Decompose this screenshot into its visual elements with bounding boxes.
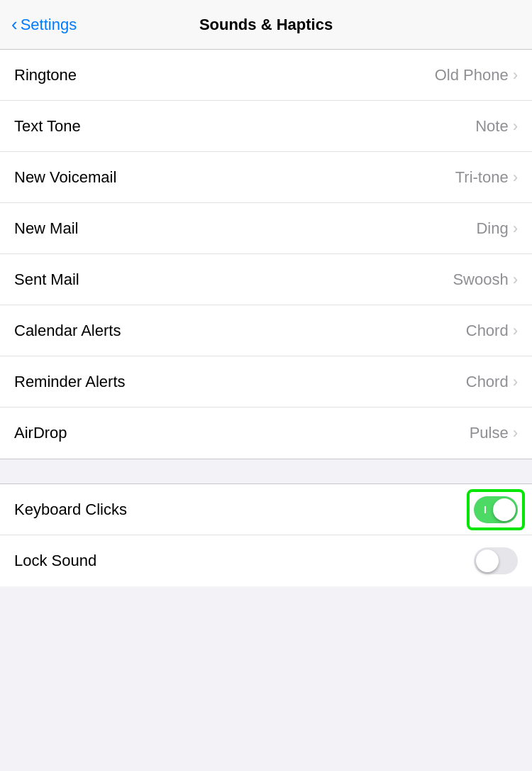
toggle-row: Lock Sound [0,535,532,586]
toggle-label: Keyboard Clicks [14,501,127,519]
keyboard-clicks-toggle[interactable]: I [474,496,518,523]
sound-row[interactable]: AirDrop Pulse › [0,408,532,459]
row-value: Pulse [470,424,509,442]
toggle-label: Lock Sound [14,552,96,570]
page-title: Sounds & Haptics [199,16,333,34]
sound-row[interactable]: Sent Mail Swoosh › [0,254,532,305]
chevron-left-icon: ‹ [11,13,18,35]
section-separator [0,459,532,484]
row-right: Old Phone › [435,66,518,84]
sound-row[interactable]: New Mail Ding › [0,203,532,254]
sound-row[interactable]: New Voicemail Tri-tone › [0,152,532,203]
sound-row[interactable]: Ringtone Old Phone › [0,50,532,101]
row-right: Pulse › [470,424,518,442]
highlight-box: I [467,489,525,530]
chevron-right-icon: › [513,168,518,187]
toggle-settings-list: Keyboard ClicksILock Sound [0,484,532,586]
sound-row[interactable]: Reminder Alerts Chord › [0,356,532,408]
row-label: Text Tone [14,117,81,136]
row-right: Ding › [476,219,518,238]
row-value: Old Phone [435,66,509,84]
chevron-right-icon: › [513,117,518,136]
row-label: Calendar Alerts [14,322,121,340]
chevron-right-icon: › [513,424,518,442]
toggle-knob [476,549,499,572]
sound-row[interactable]: Text Tone Note › [0,101,532,152]
lock-sound-toggle[interactable] [474,547,518,574]
chevron-right-icon: › [513,270,518,289]
row-label: Reminder Alerts [14,373,126,391]
back-button[interactable]: ‹ Settings [11,13,77,35]
toggle-on-indicator: I [484,504,487,515]
row-value: Note [475,117,508,136]
navigation-bar: ‹ Settings Sounds & Haptics [0,0,532,50]
row-label: AirDrop [14,424,67,442]
sound-row[interactable]: Calendar Alerts Chord › [0,305,532,356]
chevron-right-icon: › [513,373,518,391]
row-right: Chord › [466,322,518,340]
chevron-right-icon: › [513,66,518,84]
row-label: New Mail [14,219,78,238]
chevron-right-icon: › [513,322,518,340]
toggle-knob [493,498,516,521]
toggle-row: Keyboard ClicksI [0,484,532,535]
row-value: Chord [466,322,509,340]
row-right: Note › [475,117,518,136]
row-value: Chord [466,373,509,391]
row-right: Swoosh › [453,270,518,289]
row-value: Ding [476,219,508,238]
row-label: Sent Mail [14,270,79,289]
row-label: Ringtone [14,66,77,84]
sound-settings-list: Ringtone Old Phone › Text Tone Note › Ne… [0,50,532,459]
row-label: New Voicemail [14,168,116,187]
row-value: Swoosh [453,270,508,289]
row-value: Tri-tone [455,168,509,187]
back-label: Settings [21,16,77,34]
row-right: Chord › [466,373,518,391]
row-right: Tri-tone › [455,168,518,187]
chevron-right-icon: › [513,219,518,238]
